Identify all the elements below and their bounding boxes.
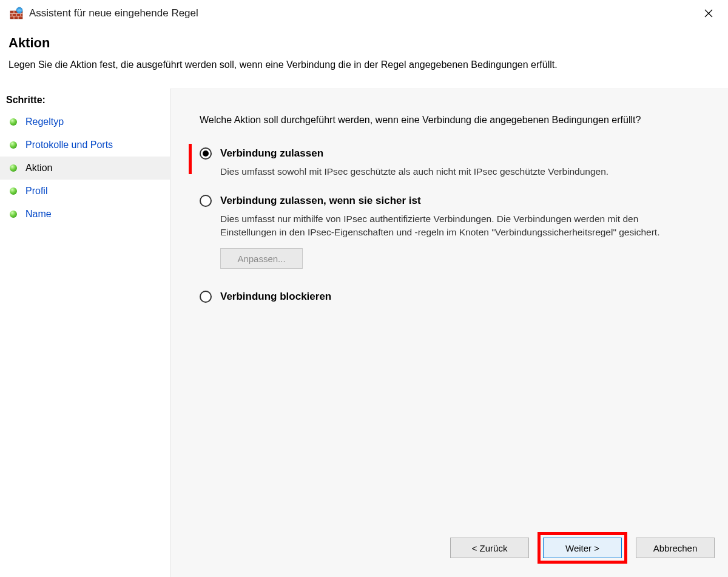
highlight-marker [189,144,192,174]
wizard-body: Schritte: Regeltyp Protokolle und Ports … [0,89,728,577]
action-prompt: Welche Aktion soll durchgeführt werden, … [200,113,673,127]
bullet-icon [10,118,17,126]
page-header: Aktion Legen Sie die Aktion fest, die au… [0,27,728,89]
option-allow-connection: Verbindung zulassen Dies umfasst sowohl … [200,147,673,178]
step-protokolle-und-ports[interactable]: Protokolle und Ports [0,133,170,157]
bullet-icon [10,141,17,149]
bullet-icon [10,187,17,195]
content-panel: Welche Aktion soll durchgeführt werden, … [170,89,728,577]
option-title: Verbindung zulassen [220,147,673,160]
step-aktion[interactable]: Aktion [0,157,170,180]
back-button[interactable]: < Zurück [450,538,529,558]
bullet-icon [10,164,17,172]
page-title: Aktion [8,35,720,51]
step-regeltyp[interactable]: Regeltyp [0,110,170,133]
titlebar: Assistent für neue eingehende Regel [0,0,728,27]
step-label: Protokolle und Ports [25,140,113,150]
step-label: Profil [25,186,47,197]
step-label: Name [25,209,52,220]
option-block-connection: Verbindung blockieren [200,291,673,303]
step-profil[interactable]: Profil [0,180,170,203]
radio-block-connection[interactable] [200,291,212,303]
next-button-highlight: Weiter > [538,532,627,564]
wizard-footer: < Zurück Weiter > Abbrechen [170,521,728,577]
option-description: Dies umfasst nur mithilfe von IPsec auth… [220,212,673,238]
customize-button: Anpassen... [220,248,303,269]
option-title: Verbindung zulassen, wenn sie sicher ist [220,195,673,207]
next-button[interactable]: Weiter > [543,538,622,558]
option-title: Verbindung blockieren [220,291,673,303]
steps-heading: Schritte: [0,89,170,110]
page-description: Legen Sie die Aktion fest, die ausgeführ… [8,59,720,70]
firewall-app-icon [10,7,23,20]
close-icon [704,9,713,18]
option-description: Dies umfasst sowohl mit IPsec geschützte… [220,165,673,178]
steps-list: Regeltyp Protokolle und Ports Aktion Pro… [0,110,170,226]
step-name[interactable]: Name [0,203,170,226]
cancel-button[interactable]: Abbrechen [636,538,715,558]
content-area: Welche Aktion soll durchgeführt werden, … [170,89,728,521]
wizard-window: Assistent für neue eingehende Regel Akti… [0,0,728,577]
step-label: Regeltyp [25,116,64,127]
window-title: Assistent für neue eingehende Regel [29,7,696,19]
close-button[interactable] [696,4,721,23]
radio-allow-connection[interactable] [200,147,212,160]
bullet-icon [10,211,17,218]
option-allow-if-secure: Verbindung zulassen, wenn sie sicher ist… [200,195,673,269]
steps-sidebar: Schritte: Regeltyp Protokolle und Ports … [0,89,170,577]
step-label: Aktion [25,163,52,174]
radio-allow-if-secure[interactable] [200,195,212,207]
